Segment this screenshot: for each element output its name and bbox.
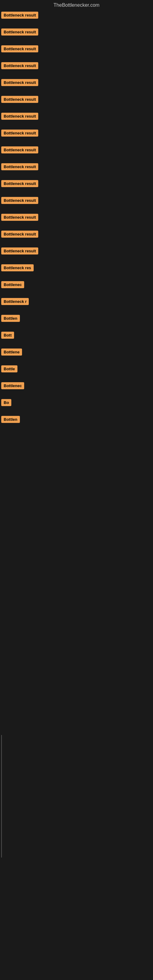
- bottleneck-item: Bottleneck result: [1, 163, 152, 172]
- bottleneck-item: Bottleneck result: [1, 180, 152, 188]
- bottleneck-badge[interactable]: Bottleneck result: [1, 79, 38, 86]
- bottleneck-item: Bottleneck result: [1, 231, 152, 239]
- bottleneck-badge[interactable]: Bottleneck r: [1, 298, 29, 305]
- bottleneck-badge[interactable]: Bottle: [1, 365, 18, 372]
- bottleneck-badge[interactable]: Bottleneck result: [1, 45, 38, 52]
- bottleneck-badge[interactable]: Bottlen: [1, 416, 20, 423]
- bottleneck-item: Bottleneck result: [1, 197, 152, 205]
- bottleneck-badge[interactable]: Bottleneck result: [1, 62, 38, 69]
- bottleneck-badge[interactable]: Bottleneck result: [1, 12, 38, 19]
- bottleneck-item: Bottleneck result: [1, 62, 152, 70]
- bottleneck-badge[interactable]: Bottleneck result: [1, 29, 38, 35]
- bottleneck-badge[interactable]: Bottleneck result: [1, 231, 38, 238]
- bottleneck-item: Bottle: [1, 365, 152, 374]
- bottleneck-badge[interactable]: Bottleneck result: [1, 214, 38, 221]
- bottleneck-badge[interactable]: Bo: [1, 399, 11, 406]
- bottleneck-badge[interactable]: Bottleneck result: [1, 113, 38, 120]
- bottleneck-item: Bottleneck result: [1, 12, 152, 20]
- bottleneck-item: Bottleneck result: [1, 113, 152, 121]
- bottleneck-item: Bottleneck result: [1, 247, 152, 256]
- bottleneck-badge[interactable]: Bottleneck result: [1, 130, 38, 137]
- bottleneck-badge[interactable]: Bottleneck result: [1, 247, 38, 255]
- bottleneck-item: Bottleneck result: [1, 79, 152, 87]
- bottleneck-badge[interactable]: Bottlene: [1, 348, 22, 356]
- bottleneck-item: Bottleneck r: [1, 298, 152, 306]
- bottleneck-badge[interactable]: Bottleneck result: [1, 96, 38, 103]
- bottleneck-item: Bottlen: [1, 416, 152, 424]
- bottleneck-item: Bottlenec: [1, 281, 152, 290]
- bottleneck-badge[interactable]: Bottleneck result: [1, 146, 38, 153]
- bottleneck-item: Bott: [1, 332, 152, 340]
- bottleneck-badge[interactable]: Bott: [1, 332, 14, 339]
- bottleneck-item: Bottleneck result: [1, 130, 152, 138]
- bottleneck-badge[interactable]: Bottlenec: [1, 281, 24, 288]
- bottleneck-item: Bottleneck result: [1, 29, 152, 37]
- bottleneck-item: Bottlenec: [1, 382, 152, 390]
- bottleneck-badge[interactable]: Bottleneck result: [1, 180, 38, 187]
- vertical-line: [1, 735, 2, 858]
- bottleneck-item: Bottleneck result: [1, 45, 152, 54]
- bottleneck-item: Bottleneck result: [1, 146, 152, 155]
- bottleneck-item: Bottlene: [1, 348, 152, 357]
- bottleneck-item: Bo: [1, 399, 152, 407]
- bottleneck-badge[interactable]: Bottleneck res: [1, 264, 33, 271]
- bottleneck-item: Bottlen: [1, 315, 152, 323]
- bottleneck-item: Bottleneck result: [1, 214, 152, 222]
- bottleneck-item: Bottleneck res: [1, 264, 152, 272]
- site-title: TheBottlenecker.com: [1, 0, 152, 12]
- bottleneck-badge[interactable]: Bottleneck result: [1, 163, 38, 170]
- bottleneck-badge[interactable]: Bottleneck result: [1, 197, 38, 204]
- bottleneck-badge[interactable]: Bottlen: [1, 315, 20, 322]
- bottleneck-badge[interactable]: Bottlenec: [1, 382, 24, 389]
- bottleneck-item: Bottleneck result: [1, 96, 152, 104]
